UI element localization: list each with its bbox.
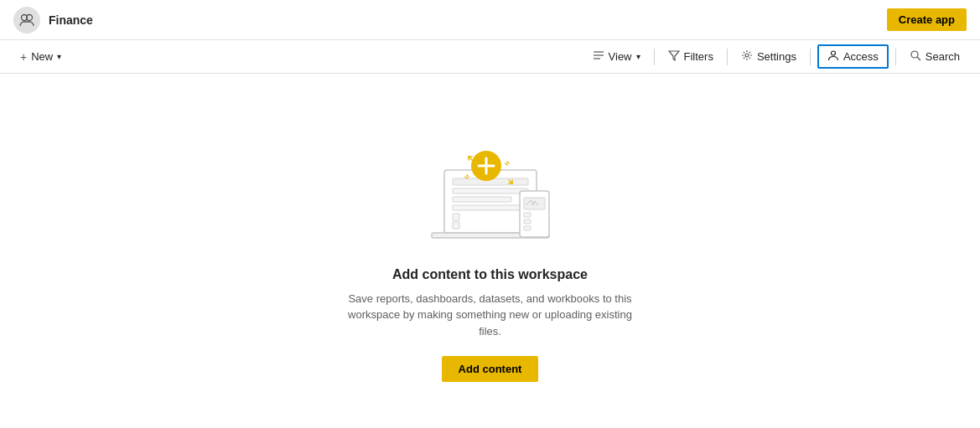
search-button[interactable]: Search: [903, 46, 967, 67]
svg-rect-22: [524, 226, 531, 230]
toolbar-right: View ▾ Filters Settings: [586, 44, 967, 69]
main-content: Add content to this workspace Save repor…: [0, 74, 980, 428]
header-left: Finance: [13, 7, 93, 34]
workspace-title: Finance: [49, 13, 93, 27]
svg-rect-15: [453, 214, 459, 220]
svg-line-33: [507, 162, 509, 163]
create-app-button[interactable]: Create app: [887, 8, 967, 31]
search-icon: [910, 49, 921, 64]
filter-icon: [668, 49, 680, 64]
person-icon: [827, 49, 839, 64]
settings-icon: [741, 49, 753, 64]
svg-rect-19: [524, 198, 545, 209]
svg-rect-12: [453, 188, 528, 193]
svg-rect-20: [524, 213, 531, 217]
access-button[interactable]: Access: [817, 44, 889, 69]
svg-line-9: [917, 57, 920, 60]
workspace-illustration: [407, 120, 574, 254]
plus-icon: +: [20, 50, 27, 64]
new-label: New: [31, 50, 53, 63]
settings-button[interactable]: Settings: [734, 46, 803, 67]
header: Finance Create app: [0, 0, 980, 40]
add-content-button[interactable]: Add content: [442, 356, 539, 382]
access-label: Access: [843, 50, 879, 63]
svg-line-32: [506, 163, 507, 165]
filters-label: Filters: [684, 50, 713, 63]
view-button[interactable]: View ▾: [586, 46, 647, 67]
svg-rect-16: [453, 222, 459, 229]
svg-point-6: [745, 54, 749, 57]
svg-rect-13: [453, 197, 511, 202]
chevron-down-icon: ▾: [57, 52, 61, 61]
toolbar-left: + New ▾: [13, 47, 68, 67]
workspace-icon: [13, 7, 40, 34]
view-label: View: [609, 50, 632, 63]
filters-button[interactable]: Filters: [661, 46, 720, 67]
content-heading: Add content to this workspace: [392, 267, 588, 282]
divider3: [810, 49, 811, 65]
settings-label: Settings: [757, 50, 796, 63]
divider4: [895, 49, 896, 65]
toolbar: + New ▾ View ▾ Filters: [0, 40, 980, 74]
divider2: [727, 49, 728, 65]
svg-rect-21: [524, 219, 531, 224]
search-label: Search: [926, 50, 960, 63]
svg-point-7: [831, 51, 835, 55]
svg-point-8: [911, 51, 918, 58]
divider: [654, 49, 655, 65]
new-button[interactable]: + New ▾: [13, 47, 68, 67]
chevron-down-icon-view: ▾: [636, 52, 640, 61]
svg-rect-14: [453, 205, 520, 210]
content-description: Save reports, dashboards, datasets, and …: [348, 291, 633, 340]
view-icon: [593, 49, 604, 64]
svg-marker-5: [669, 51, 679, 60]
